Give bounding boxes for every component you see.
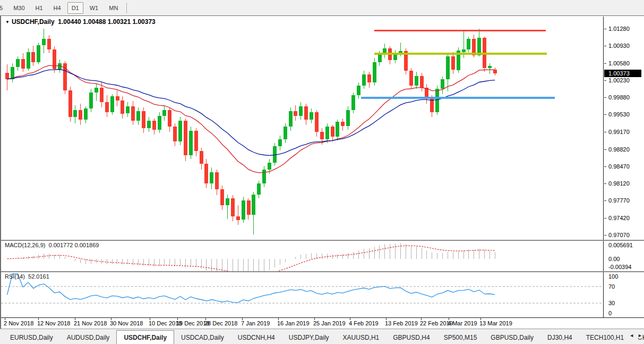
price-tick-mark [604, 29, 606, 29]
tab-scroll-right-icon[interactable]: ► [638, 333, 642, 338]
price-tick-mark [604, 235, 606, 236]
price-tick-mark [604, 218, 606, 219]
chart-tab-sp500[interactable]: SP500,M15 [437, 331, 484, 344]
timeframe-button-m30[interactable]: M30 [9, 2, 29, 14]
rsi-tick-label: 70 [608, 283, 615, 290]
timeframe-button-d1[interactable]: D1 [67, 2, 83, 14]
chart-tab-usdcnh[interactable]: USDCNH,H4 [231, 331, 282, 344]
macd-panel: MACD(12,26,9) 0.001772 0.001869 0.005691… [1, 241, 644, 271]
price-tick-label: 0.98120 [608, 180, 630, 187]
price-tick-mark [604, 149, 606, 150]
price-tick-label: 0.97420 [608, 215, 630, 221]
chart-tab-usdjpy[interactable]: USDJPY,Daily [282, 331, 336, 344]
date-tick-label: 25 Jan 2019 [313, 320, 346, 326]
chart-symbol-label: USDCHF,Daily [12, 18, 55, 26]
macd-values: 0.001772 0.001869 [49, 242, 99, 248]
price-chart-plot[interactable]: ▼USDCHF,Daily 1.00440 1.00488 1.00321 1.… [1, 16, 604, 240]
macd-label: MACD(12,26,9) 0.001772 0.001869 [5, 242, 99, 248]
price-tick-label: 1.01280 [608, 26, 630, 32]
macd-tick-label: 0.005691 [608, 242, 633, 248]
date-tick-label: 13 Feb 2019 [385, 320, 418, 326]
macd-plot[interactable]: MACD(12,26,9) 0.001772 0.001869 [1, 241, 604, 271]
price-tick-mark [604, 46, 606, 46]
price-tick-label: 1.00230 [608, 77, 630, 83]
timeframe-button-mn[interactable]: MN [105, 2, 122, 14]
price-tick-label: 0.97070 [608, 232, 630, 238]
price-tick-label: 1.00580 [608, 60, 630, 66]
price-axis[interactable]: 1.012801.009301.005801.002300.998800.995… [604, 16, 644, 240]
chart-tab-gbpusd[interactable]: GBPUSD,Daily [484, 331, 540, 344]
price-tick-label: 0.98820 [608, 146, 630, 153]
date-tick-label: 12 Nov 2018 [37, 320, 70, 326]
chart-tab-tech100[interactable]: TECH100,H1 [579, 331, 631, 344]
chart-window: ▼USDCHF,Daily 1.00440 1.00488 1.00321 1.… [0, 15, 644, 329]
date-tick-label: 4 Feb 2019 [349, 320, 379, 326]
rsi-tick-label: 30 [608, 300, 615, 306]
timeframe-button-5[interactable]: 5 [0, 2, 7, 14]
date-tick-label: 21 Nov 2018 [74, 320, 107, 326]
trading-terminal: 5M30H1H4D1W1MN ▼USDCHF,Daily 1.00440 1.0… [0, 0, 644, 344]
rsi-plot[interactable]: RSI(14) 52.0161 [1, 272, 604, 317]
macd-tick-label: -0.00394 [608, 264, 631, 270]
timeframe-toolbar: 5M30H1H4D1W1MN [0, 0, 644, 15]
rsi-tick-label: 0 [608, 310, 612, 316]
price-tick-label: 0.99530 [608, 111, 630, 118]
rsi-panel: RSI(14) 52.0161 10070300 [1, 272, 644, 317]
date-tick-label: 30 Nov 2018 [110, 320, 143, 326]
price-tick-mark [604, 97, 606, 98]
price-tick-mark [604, 80, 606, 81]
price-tick-mark [604, 63, 606, 64]
price-tick-label: 0.99880 [608, 94, 630, 100]
timeframe-button-h4[interactable]: H4 [49, 2, 65, 14]
price-tick-label: 1.00930 [608, 43, 630, 49]
price-tick-mark [604, 183, 606, 184]
macd-axis[interactable]: 0.0056910.00-0.00394 [604, 241, 644, 271]
chart-tab-usdcad[interactable]: USDCAD,Daily [174, 331, 231, 344]
current-price-tag: 1.00373 [604, 70, 641, 77]
tab-scroll-arrows: ◄ ► [626, 333, 642, 338]
toolbar-separator [126, 3, 127, 13]
time-axis[interactable]: 2 Nov 201812 Nov 201821 Nov 201830 Nov 2… [1, 317, 644, 329]
chart-title-dropdown-icon: ▼ [5, 20, 10, 24]
date-tick-label: 28 Dec 2018 [204, 320, 237, 326]
date-tick-label: 4 Mar 2019 [448, 320, 477, 326]
rsi-label: RSI(14) 52.0161 [5, 273, 49, 280]
date-tick-label: 13 Mar 2019 [479, 320, 512, 326]
rsi-tick-label: 100 [608, 273, 618, 280]
chart-tab-eurusd[interactable]: EURUSD,Daily [3, 331, 60, 344]
date-tick-label: 2 Nov 2018 [4, 320, 33, 326]
price-tick-mark [604, 166, 606, 167]
rsi-canvas[interactable] [1, 272, 604, 317]
timeframe-button-w1[interactable]: W1 [85, 2, 103, 14]
rsi-value: 52.0161 [28, 273, 49, 280]
price-chart-canvas[interactable] [1, 16, 604, 240]
date-tick-label: 16 Jan 2019 [277, 320, 310, 326]
price-tick-label: 0.99170 [608, 129, 630, 135]
date-tick-label: 7 Jan 2019 [241, 320, 270, 326]
macd-tick-label: 0.00 [608, 256, 620, 262]
chart-ohlc-values: 1.00440 1.00488 1.00321 1.00373 [58, 18, 156, 26]
rsi-axis[interactable]: 10070300 [604, 272, 644, 317]
price-tick-mark [604, 114, 606, 115]
chart-tab-xauusd[interactable]: XAUUSD,H1 [336, 331, 387, 344]
price-tick-label: 0.97770 [608, 197, 630, 204]
chart-tab-audusd[interactable]: AUDUSD,Daily [60, 331, 117, 344]
price-chart-panel: ▼USDCHF,Daily 1.00440 1.00488 1.00321 1.… [1, 16, 644, 240]
chart-tabbar: EURUSD,DailyAUDUSD,DailyUSDCHF,DailyUSDC… [0, 329, 644, 344]
chart-title: ▼USDCHF,Daily 1.00440 1.00488 1.00321 1.… [5, 18, 156, 26]
chart-tab-dj30[interactable]: DJ30,H4 [540, 331, 579, 344]
chart-tab-usdchf[interactable]: USDCHF,Daily [116, 330, 174, 344]
price-tick-mark [604, 132, 606, 132]
timeframe-button-h1[interactable]: H1 [31, 2, 47, 14]
tab-scroll-left-icon[interactable]: ◄ [629, 333, 634, 338]
price-tick-label: 0.98470 [608, 163, 630, 170]
price-tick-mark [604, 200, 606, 201]
chart-tab-gbpusd[interactable]: GBPUSD,H4 [386, 331, 436, 344]
